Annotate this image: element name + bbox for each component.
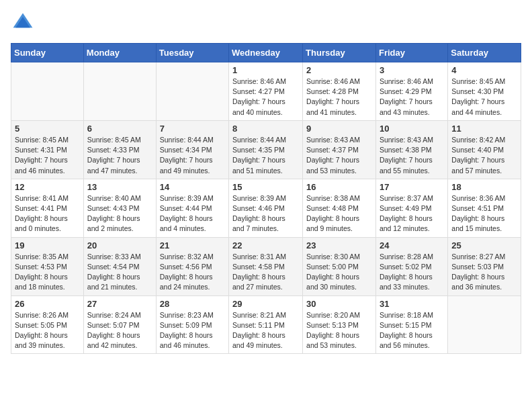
calendar-cell: 24Sunrise: 8:28 AM Sunset: 5:02 PM Dayli… <box>375 237 447 295</box>
cell-text: Sunrise: 8:21 AM Sunset: 5:11 PM Dayligh… <box>232 310 299 351</box>
week-row-3: 12Sunrise: 8:41 AM Sunset: 4:41 PM Dayli… <box>11 179 521 237</box>
weekday-header-tuesday: Tuesday <box>156 44 228 62</box>
cell-text: Sunrise: 8:39 AM Sunset: 4:46 PM Dayligh… <box>232 193 299 234</box>
week-row-1: 1Sunrise: 8:46 AM Sunset: 4:27 PM Daylig… <box>11 62 521 121</box>
cell-text: Sunrise: 8:38 AM Sunset: 4:48 PM Dayligh… <box>306 193 372 234</box>
calendar-cell: 30Sunrise: 8:20 AM Sunset: 5:13 PM Dayli… <box>303 295 376 354</box>
cell-text: Sunrise: 8:40 AM Sunset: 4:43 PM Dayligh… <box>87 193 152 234</box>
day-number: 24 <box>380 240 444 250</box>
cell-text: Sunrise: 8:32 AM Sunset: 4:56 PM Dayligh… <box>160 252 225 293</box>
cell-text: Sunrise: 8:46 AM Sunset: 4:29 PM Dayligh… <box>380 77 444 118</box>
calendar-cell: 14Sunrise: 8:39 AM Sunset: 4:44 PM Dayli… <box>156 179 228 237</box>
calendar-cell: 8Sunrise: 8:44 AM Sunset: 4:35 PM Daylig… <box>229 120 303 179</box>
cell-text: Sunrise: 8:23 AM Sunset: 5:09 PM Dayligh… <box>160 310 225 351</box>
cell-text: Sunrise: 8:43 AM Sunset: 4:37 PM Dayligh… <box>306 135 372 176</box>
day-number: 20 <box>87 240 152 250</box>
day-number: 4 <box>451 65 517 75</box>
day-number: 15 <box>232 182 299 192</box>
week-row-5: 26Sunrise: 8:26 AM Sunset: 5:05 PM Dayli… <box>11 295 521 354</box>
cell-text: Sunrise: 8:44 AM Sunset: 4:35 PM Dayligh… <box>232 135 299 176</box>
cell-text: Sunrise: 8:44 AM Sunset: 4:34 PM Dayligh… <box>160 135 225 176</box>
week-row-4: 19Sunrise: 8:35 AM Sunset: 4:53 PM Dayli… <box>11 237 521 295</box>
day-number: 17 <box>380 182 444 192</box>
day-number: 27 <box>87 299 152 309</box>
day-number: 26 <box>15 299 80 309</box>
cell-text: Sunrise: 8:43 AM Sunset: 4:38 PM Dayligh… <box>380 135 444 176</box>
weekday-header-monday: Monday <box>83 44 156 62</box>
calendar-cell: 18Sunrise: 8:36 AM Sunset: 4:51 PM Dayli… <box>448 179 521 237</box>
week-row-2: 5Sunrise: 8:45 AM Sunset: 4:31 PM Daylig… <box>11 120 521 179</box>
cell-text: Sunrise: 8:36 AM Sunset: 4:51 PM Dayligh… <box>451 193 517 234</box>
cell-text: Sunrise: 8:45 AM Sunset: 4:33 PM Dayligh… <box>87 135 152 176</box>
calendar-cell: 2Sunrise: 8:46 AM Sunset: 4:28 PM Daylig… <box>303 62 376 121</box>
calendar-cell: 10Sunrise: 8:43 AM Sunset: 4:38 PM Dayli… <box>375 120 447 179</box>
cell-text: Sunrise: 8:37 AM Sunset: 4:49 PM Dayligh… <box>380 193 444 234</box>
calendar-cell: 21Sunrise: 8:32 AM Sunset: 4:56 PM Dayli… <box>156 237 228 295</box>
day-number: 30 <box>306 299 372 309</box>
calendar-cell: 3Sunrise: 8:46 AM Sunset: 4:29 PM Daylig… <box>375 62 447 121</box>
day-number: 18 <box>451 182 517 192</box>
day-number: 25 <box>451 240 517 250</box>
calendar-cell: 28Sunrise: 8:23 AM Sunset: 5:09 PM Dayli… <box>156 295 228 354</box>
day-number: 14 <box>160 182 225 192</box>
cell-text: Sunrise: 8:18 AM Sunset: 5:15 PM Dayligh… <box>380 310 444 351</box>
day-number: 23 <box>306 240 372 250</box>
day-number: 31 <box>380 299 444 309</box>
cell-text: Sunrise: 8:45 AM Sunset: 4:31 PM Dayligh… <box>15 135 80 176</box>
day-number: 2 <box>306 65 372 75</box>
calendar-cell: 4Sunrise: 8:45 AM Sunset: 4:30 PM Daylig… <box>448 62 521 121</box>
calendar-cell: 29Sunrise: 8:21 AM Sunset: 5:11 PM Dayli… <box>229 295 303 354</box>
page-header <box>11 11 521 35</box>
weekday-header-wednesday: Wednesday <box>229 44 303 62</box>
calendar-cell: 7Sunrise: 8:44 AM Sunset: 4:34 PM Daylig… <box>156 120 228 179</box>
day-number: 19 <box>15 240 80 250</box>
logo-icon <box>11 11 35 35</box>
day-number: 21 <box>160 240 225 250</box>
calendar-cell: 31Sunrise: 8:18 AM Sunset: 5:15 PM Dayli… <box>375 295 447 354</box>
day-number: 11 <box>451 124 517 134</box>
weekday-header-thursday: Thursday <box>303 44 376 62</box>
cell-text: Sunrise: 8:24 AM Sunset: 5:07 PM Dayligh… <box>87 310 152 351</box>
calendar-cell <box>83 62 156 121</box>
cell-text: Sunrise: 8:26 AM Sunset: 5:05 PM Dayligh… <box>15 310 80 351</box>
calendar-cell: 26Sunrise: 8:26 AM Sunset: 5:05 PM Dayli… <box>11 295 84 354</box>
calendar-cell: 19Sunrise: 8:35 AM Sunset: 4:53 PM Dayli… <box>11 237 84 295</box>
calendar-cell: 16Sunrise: 8:38 AM Sunset: 4:48 PM Dayli… <box>303 179 376 237</box>
day-number: 28 <box>160 299 225 309</box>
day-number: 8 <box>232 124 299 134</box>
cell-text: Sunrise: 8:46 AM Sunset: 4:28 PM Dayligh… <box>306 77 372 118</box>
calendar-cell <box>11 62 84 121</box>
calendar-cell: 20Sunrise: 8:33 AM Sunset: 4:54 PM Dayli… <box>83 237 156 295</box>
day-number: 5 <box>15 124 80 134</box>
cell-text: Sunrise: 8:41 AM Sunset: 4:41 PM Dayligh… <box>15 193 80 234</box>
weekday-header-friday: Friday <box>375 44 447 62</box>
day-number: 29 <box>232 299 299 309</box>
cell-text: Sunrise: 8:27 AM Sunset: 5:03 PM Dayligh… <box>451 252 517 293</box>
cell-text: Sunrise: 8:28 AM Sunset: 5:02 PM Dayligh… <box>380 252 444 293</box>
day-number: 9 <box>306 124 372 134</box>
day-number: 6 <box>87 124 152 134</box>
day-number: 13 <box>87 182 152 192</box>
day-number: 3 <box>380 65 444 75</box>
calendar-cell: 6Sunrise: 8:45 AM Sunset: 4:33 PM Daylig… <box>83 120 156 179</box>
cell-text: Sunrise: 8:35 AM Sunset: 4:53 PM Dayligh… <box>15 252 80 293</box>
cell-text: Sunrise: 8:33 AM Sunset: 4:54 PM Dayligh… <box>87 252 152 293</box>
calendar-cell: 15Sunrise: 8:39 AM Sunset: 4:46 PM Dayli… <box>229 179 303 237</box>
cell-text: Sunrise: 8:30 AM Sunset: 5:00 PM Dayligh… <box>306 252 372 293</box>
cell-text: Sunrise: 8:42 AM Sunset: 4:40 PM Dayligh… <box>451 135 517 176</box>
calendar-cell: 17Sunrise: 8:37 AM Sunset: 4:49 PM Dayli… <box>375 179 447 237</box>
calendar-table: SundayMondayTuesdayWednesdayThursdayFrid… <box>11 43 521 354</box>
calendar-cell: 9Sunrise: 8:43 AM Sunset: 4:37 PM Daylig… <box>303 120 376 179</box>
cell-text: Sunrise: 8:39 AM Sunset: 4:44 PM Dayligh… <box>160 193 225 234</box>
day-number: 22 <box>232 240 299 250</box>
calendar-cell: 25Sunrise: 8:27 AM Sunset: 5:03 PM Dayli… <box>448 237 521 295</box>
logo <box>11 11 38 35</box>
calendar-cell: 12Sunrise: 8:41 AM Sunset: 4:41 PM Dayli… <box>11 179 84 237</box>
calendar-cell: 23Sunrise: 8:30 AM Sunset: 5:00 PM Dayli… <box>303 237 376 295</box>
calendar-cell: 22Sunrise: 8:31 AM Sunset: 4:58 PM Dayli… <box>229 237 303 295</box>
calendar-cell <box>156 62 228 121</box>
calendar-cell: 27Sunrise: 8:24 AM Sunset: 5:07 PM Dayli… <box>83 295 156 354</box>
calendar-cell: 1Sunrise: 8:46 AM Sunset: 4:27 PM Daylig… <box>229 62 303 121</box>
day-number: 12 <box>15 182 80 192</box>
cell-text: Sunrise: 8:31 AM Sunset: 4:58 PM Dayligh… <box>232 252 299 293</box>
